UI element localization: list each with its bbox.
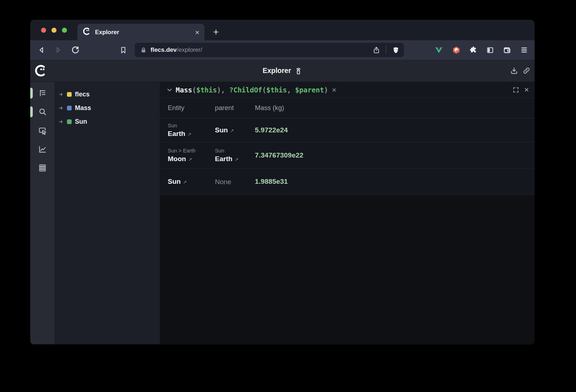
entity-link[interactable]: Earth ↗ — [168, 129, 215, 139]
result-table-body: SunEarth ↗Sun ↗5.9722e24Sun > EarthMoon … — [160, 118, 535, 195]
mass-value: 7.34767309e22 — [255, 151, 535, 159]
flecs-favicon-icon — [83, 27, 91, 37]
tree-item-Sun[interactable]: Sun — [54, 115, 160, 128]
browser-toolbar: flecs.dev /explorer/ — [30, 40, 535, 60]
parent-none: None — [215, 177, 255, 186]
parent-link[interactable]: Earth ↗ — [215, 154, 255, 164]
wallet-icon[interactable] — [503, 46, 512, 55]
table-row: SunEarth ↗Sun ↗5.9722e24 — [160, 118, 535, 142]
browser-window: Explorer × + flecs.dev /explorer/ — [30, 20, 535, 345]
tree-item-Mass[interactable]: Mass — [54, 101, 160, 115]
table-row: Sun > EarthMoon ↗SunEarth ↗7.34767309e22 — [160, 142, 535, 169]
query-segment: , — [287, 86, 295, 94]
query-segment: Mass — [176, 86, 192, 94]
clear-query-icon[interactable]: × — [332, 86, 336, 94]
query-segment: ) — [324, 86, 328, 94]
query-segment: $parent — [295, 86, 324, 94]
toolbar-divider — [386, 46, 387, 54]
external-link-icon: ↗ — [229, 128, 234, 133]
entity-path: Sun — [168, 122, 215, 129]
expand-arrow-icon[interactable] — [58, 92, 64, 97]
tree-item-flecs[interactable]: flecs — [54, 87, 160, 101]
expand-arrow-icon[interactable] — [58, 119, 64, 124]
address-bar[interactable]: flecs.dev /explorer/ — [135, 43, 404, 57]
query-expression[interactable]: Mass($this), ?ChildOf($this, $parent) — [176, 86, 328, 94]
query-segment: $this — [266, 86, 287, 94]
entity-cell: Sun > EarthMoon ↗ — [168, 147, 215, 164]
extension-icons — [404, 46, 528, 55]
browser-menu-icon[interactable] — [520, 46, 528, 54]
parent-cell: None — [215, 177, 255, 186]
remote-connection-icon — [294, 67, 302, 75]
tree-item-label: Mass — [75, 104, 91, 112]
external-link-icon: ↗ — [187, 157, 192, 162]
mass-value: 5.9722e24 — [255, 126, 535, 134]
external-link-icon: ↗ — [186, 132, 192, 137]
download-icon[interactable] — [509, 66, 519, 76]
explorer-header: Explorer — [30, 60, 535, 82]
query-segment: $this — [196, 86, 217, 94]
column-header-entity: Entity — [168, 104, 215, 112]
browser-tab-explorer[interactable]: Explorer × — [77, 24, 204, 40]
tab-bar: Explorer × + — [30, 20, 535, 40]
zoom-window-button[interactable] — [62, 28, 67, 33]
refresh-button[interactable] — [70, 45, 80, 55]
sidebar-item-query-search[interactable] — [36, 106, 49, 118]
minimize-window-button[interactable] — [51, 28, 57, 33]
tool-sidebar — [30, 82, 54, 344]
mass-value: 1.9885e31 — [255, 178, 535, 186]
sidebar-toggle-icon[interactable] — [486, 46, 494, 54]
fullscreen-icon[interactable] — [512, 86, 519, 94]
url-domain: flecs.dev — [150, 46, 177, 54]
tab-close-icon[interactable]: × — [195, 28, 199, 36]
close-query-icon[interactable]: × — [524, 86, 529, 94]
query-segment: ?ChildOf — [229, 86, 262, 94]
bookmark-icon[interactable] — [118, 46, 128, 55]
entity-path: Sun > Earth — [168, 147, 215, 154]
sidebar-item-entity-tree[interactable] — [36, 87, 49, 99]
column-header-parent: parent — [215, 104, 255, 112]
parent-link[interactable]: Sun ↗ — [215, 126, 255, 135]
parent-cell: Sun ↗ — [215, 126, 255, 135]
query-header: Mass($this), ?ChildOf($this, $parent) × … — [160, 82, 535, 98]
lock-icon — [140, 46, 147, 54]
sidebar-item-stats-chart[interactable] — [36, 143, 49, 155]
table-row: Sun ↗None1.9885e31 — [160, 169, 535, 195]
entity-color-swatch — [67, 92, 72, 97]
extensions-puzzle-icon[interactable] — [469, 46, 478, 54]
query-segment: ( — [262, 86, 266, 94]
external-link-icon: ↗ — [181, 179, 187, 185]
parent-cell: SunEarth ↗ — [215, 147, 255, 164]
back-button[interactable] — [36, 45, 46, 55]
entity-link[interactable]: Sun ↗ — [168, 177, 215, 187]
external-link-icon: ↗ — [233, 157, 239, 162]
page-title: Explorer — [262, 67, 302, 75]
sidebar-item-tables[interactable] — [36, 162, 49, 174]
column-header-mass-kg: Mass (kg) — [255, 104, 535, 112]
close-window-button[interactable] — [41, 28, 46, 33]
brave-shield-icon[interactable] — [392, 46, 400, 54]
expand-arrow-icon[interactable] — [58, 105, 64, 111]
entity-link[interactable]: Moon ↗ — [168, 154, 215, 164]
share-icon[interactable] — [372, 46, 381, 54]
parent-path: Sun — [215, 147, 255, 154]
vue-devtools-icon[interactable] — [434, 46, 444, 54]
extension-hexagon-icon[interactable] — [452, 46, 461, 55]
tree-item-label: flecs — [75, 91, 90, 98]
flecs-logo-icon[interactable] — [35, 64, 47, 77]
tree-item-label: Sun — [75, 118, 87, 126]
traffic-lights — [41, 20, 67, 40]
new-tab-button[interactable]: + — [213, 24, 219, 40]
chevron-down-icon[interactable] — [166, 87, 173, 93]
sidebar-item-inspect[interactable] — [36, 124, 49, 137]
page-title-text: Explorer — [262, 67, 291, 75]
entity-cell: SunEarth ↗ — [168, 122, 215, 139]
result-table-header: EntityparentMass (kg) — [160, 98, 535, 118]
query-segment: ), — [217, 86, 229, 94]
tab-title: Explorer — [95, 29, 195, 36]
copy-link-icon[interactable] — [522, 66, 531, 75]
entity-color-swatch — [67, 106, 72, 110]
entity-cell: Sun ↗ — [168, 177, 215, 187]
forward-button[interactable] — [53, 45, 63, 55]
url-path: /explorer/ — [177, 46, 202, 54]
